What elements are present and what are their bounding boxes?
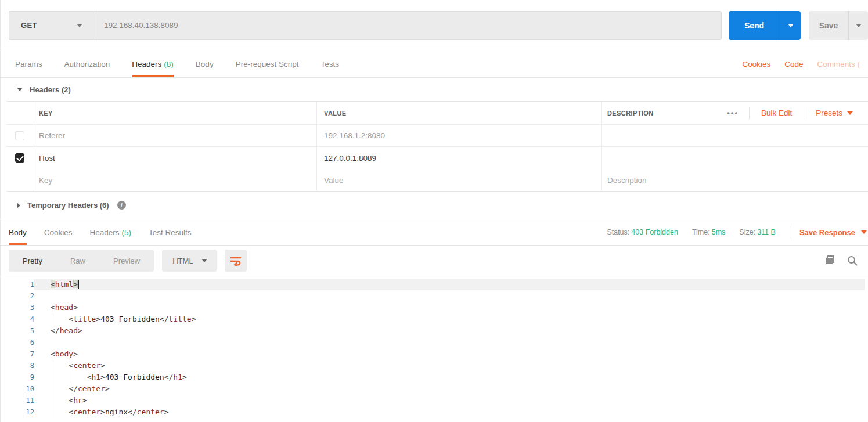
headers-table-header: KEY VALUE DESCRIPTION ••• Bulk Edit Pres… bbox=[6, 102, 868, 125]
line-number: 7 bbox=[1, 348, 34, 360]
code-token: </ bbox=[51, 326, 60, 335]
response-viewer-toolbar: PrettyRawPreview HTML bbox=[1, 246, 868, 276]
line-number: 2 bbox=[1, 290, 34, 302]
indent-guide bbox=[52, 371, 52, 383]
code-line: 8 <center> bbox=[1, 360, 868, 371]
checkbox-unchecked[interactable] bbox=[15, 131, 24, 140]
code-token: > bbox=[105, 384, 110, 393]
chevron-down-icon bbox=[861, 230, 867, 234]
key-input[interactable]: Key bbox=[33, 169, 317, 191]
table-row[interactable]: Referer192.168.1.2:8080 bbox=[6, 125, 868, 147]
response-tabs: BodyCookiesHeaders(5)Test Results Status… bbox=[1, 219, 868, 246]
response-tab-cookies[interactable]: Cookies bbox=[44, 219, 73, 245]
code-token: < bbox=[69, 361, 73, 370]
code-token bbox=[51, 373, 87, 381]
value-cell[interactable]: 192.168.1.2:8080 bbox=[317, 125, 602, 146]
value-text: 192.168.1.2:8080 bbox=[324, 131, 385, 140]
key-cell[interactable]: Referer bbox=[33, 125, 317, 146]
send-button[interactable]: Send bbox=[729, 11, 801, 40]
request-tab-links: CookiesCodeComments ( bbox=[742, 51, 860, 77]
code-token: </ bbox=[128, 407, 137, 416]
code-token: > bbox=[73, 280, 78, 288]
code-line: 4 <title>403 Forbidden</title> bbox=[1, 313, 868, 325]
code-token: > bbox=[164, 407, 169, 416]
line-number: 3 bbox=[1, 302, 34, 313]
code-token: > bbox=[182, 373, 187, 381]
size-badge: Size:311 B bbox=[739, 228, 776, 236]
chevron-down-icon bbox=[77, 24, 82, 27]
tab-body[interactable]: Body bbox=[196, 51, 214, 77]
value-cell[interactable]: 127.0.0.1:8089 bbox=[317, 147, 602, 169]
response-tab-test-results[interactable]: Test Results bbox=[149, 219, 192, 245]
code-line: 5</head> bbox=[1, 325, 868, 337]
description-cell[interactable] bbox=[602, 125, 868, 146]
collapse-triangle-icon bbox=[17, 88, 23, 91]
save-button[interactable]: Save bbox=[809, 11, 868, 40]
code-content: <center>nginx</center> bbox=[34, 406, 868, 418]
wrap-lines-button[interactable] bbox=[225, 250, 247, 272]
code-line: 7<body> bbox=[1, 348, 868, 360]
copy-button[interactable] bbox=[825, 255, 835, 266]
tab-headers[interactable]: Headers(8) bbox=[132, 51, 174, 77]
method-select[interactable]: GET bbox=[9, 12, 93, 39]
code-content bbox=[34, 337, 868, 348]
info-icon[interactable]: i bbox=[117, 201, 126, 210]
code-token: > bbox=[100, 407, 105, 416]
tab-label: Tests bbox=[320, 60, 339, 68]
response-tab-headers[interactable]: Headers(5) bbox=[90, 219, 132, 245]
presets-dropdown[interactable]: Presets bbox=[804, 109, 865, 117]
value-text: 127.0.0.1:8089 bbox=[324, 154, 376, 163]
view-mode-raw[interactable]: Raw bbox=[56, 250, 99, 272]
line-number: 11 bbox=[1, 395, 34, 406]
word-wrap-icon bbox=[230, 255, 242, 266]
code-token: > bbox=[100, 361, 105, 370]
save-response-button[interactable]: Save Response bbox=[799, 228, 868, 237]
more-options-icon[interactable]: ••• bbox=[716, 109, 749, 117]
save-dropdown[interactable] bbox=[848, 11, 868, 40]
response-tab-body[interactable]: Body bbox=[9, 219, 27, 245]
view-mode-pretty[interactable]: Pretty bbox=[9, 250, 56, 272]
response-body-editor[interactable]: 1<html>23<head>4 <title>403 Forbidden</t… bbox=[1, 276, 868, 418]
code-token: center bbox=[78, 384, 105, 393]
cookies-link[interactable]: Cookies bbox=[742, 60, 770, 68]
value-column-header: VALUE bbox=[317, 102, 602, 124]
indent-guide bbox=[70, 371, 70, 383]
table-row[interactable]: Host127.0.0.1:8089 bbox=[6, 147, 868, 169]
send-dropdown[interactable] bbox=[780, 11, 801, 40]
code-token: title bbox=[169, 315, 192, 323]
headers-table: KEY VALUE DESCRIPTION ••• Bulk Edit Pres… bbox=[6, 101, 868, 192]
code-token: center bbox=[73, 361, 100, 370]
code-token: h1 bbox=[91, 373, 100, 381]
view-mode-preview[interactable]: Preview bbox=[99, 250, 154, 272]
row-checkbox-cell bbox=[6, 125, 33, 146]
code-link[interactable]: Code bbox=[784, 60, 803, 68]
tab-tests[interactable]: Tests bbox=[320, 51, 339, 77]
bulk-edit-link[interactable]: Bulk Edit bbox=[750, 109, 804, 117]
tab-pre-request-script[interactable]: Pre-request Script bbox=[236, 51, 299, 77]
tab-count: (5) bbox=[122, 228, 132, 237]
description-cell[interactable] bbox=[602, 147, 868, 169]
code-token bbox=[51, 315, 69, 323]
headers-section-header[interactable]: Headers (2) bbox=[1, 78, 868, 101]
key-text: Host bbox=[39, 154, 55, 163]
tab-authorization[interactable]: Authorization bbox=[64, 51, 110, 77]
line-number: 4 bbox=[1, 313, 34, 325]
language-select[interactable]: HTML bbox=[162, 250, 216, 272]
url-input[interactable]: 192.168.40.138:8089 bbox=[93, 12, 721, 39]
code-line: 12 <center>nginx</center> bbox=[1, 406, 868, 418]
description-input[interactable]: Description bbox=[602, 169, 868, 191]
code-content: <h1>403 Forbidden</h1> bbox=[34, 371, 868, 383]
expand-triangle-icon bbox=[17, 203, 20, 208]
key-column-header: KEY bbox=[33, 102, 317, 124]
code-token: 403 Forbidden bbox=[105, 373, 164, 381]
tab-params[interactable]: Params bbox=[15, 51, 42, 77]
code-token: < bbox=[51, 303, 55, 312]
temporary-headers-header[interactable]: Temporary Headers (6) i bbox=[1, 192, 868, 219]
code-token: body bbox=[55, 349, 73, 358]
response-meta: Status:403 Forbidden Time:5ms Size:311 B… bbox=[607, 219, 868, 245]
search-button[interactable] bbox=[847, 255, 858, 266]
checkbox-checked[interactable] bbox=[15, 153, 24, 163]
value-input[interactable]: Value bbox=[317, 169, 602, 191]
tab-label: Body bbox=[196, 60, 214, 68]
key-cell[interactable]: Host bbox=[33, 147, 317, 169]
